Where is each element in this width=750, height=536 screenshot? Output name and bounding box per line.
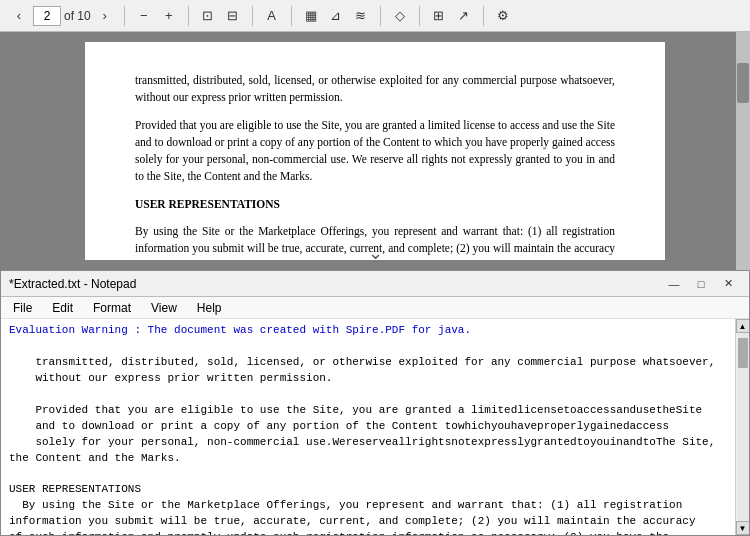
zoom-out-button[interactable]: − (133, 5, 155, 27)
scroll-down-indicator[interactable]: ⌄ (368, 242, 383, 264)
menu-view[interactable]: View (145, 299, 183, 317)
notepad-scroll-track[interactable] (737, 333, 749, 521)
evaluation-warning: Evaluation Warning : The document was cr… (9, 324, 471, 336)
toolbar-separator-2 (188, 6, 189, 26)
zoom-group: − + (133, 5, 180, 27)
settings-button[interactable]: ⚙ (492, 5, 514, 27)
notepad-window: *Extracted.txt - Notepad — □ ✕ File Edit… (0, 270, 750, 536)
menu-edit[interactable]: Edit (46, 299, 79, 317)
filter2-button[interactable]: ≋ (350, 5, 372, 27)
notepad-scroll-thumb[interactable] (738, 338, 748, 368)
menu-format[interactable]: Format (87, 299, 137, 317)
close-button[interactable]: ✕ (715, 274, 741, 294)
export-button[interactable]: ↗ (453, 5, 475, 27)
minimize-button[interactable]: — (661, 274, 687, 294)
notepad-titlebar: *Extracted.txt - Notepad — □ ✕ (1, 271, 749, 297)
text-select-button[interactable]: A (261, 5, 283, 27)
view-group: ⊡ ⊟ (197, 5, 244, 27)
eraser-button[interactable]: ◇ (389, 5, 411, 27)
page-nav-group: ‹ 2 of 10 › (8, 5, 116, 27)
notepad-paragraph-1: transmitted, distributed, sold, licensed… (9, 356, 722, 535)
toolbar-separator-4 (291, 6, 292, 26)
menu-file[interactable]: File (7, 299, 38, 317)
zoom-in-button[interactable]: + (158, 5, 180, 27)
text-tools-group: A (261, 5, 283, 27)
maximize-button[interactable]: □ (688, 274, 714, 294)
annotation-group: ▦ ⊿ ≋ (300, 5, 372, 27)
pdf-viewer: ‹ 2 of 10 › − + ⊡ ⊟ A ▦ ⊿ ≋ ◇ ⊞ (0, 0, 750, 270)
notepad-content-area: Evaluation Warning : The document was cr… (1, 319, 749, 535)
tools-group: ◇ (389, 5, 411, 27)
scroll-down-button[interactable]: ▼ (736, 521, 750, 535)
fit-width-button[interactable]: ⊟ (222, 5, 244, 27)
window-controls: — □ ✕ (661, 274, 741, 294)
notepad-title: *Extracted.txt - Notepad (9, 277, 136, 291)
pdf-page: transmitted, distributed, sold, licensed… (85, 42, 665, 260)
notepad-text-area[interactable]: Evaluation Warning : The document was cr… (1, 319, 735, 535)
pdf-toolbar: ‹ 2 of 10 › − + ⊡ ⊟ A ▦ ⊿ ≋ ◇ ⊞ (0, 0, 750, 32)
next-page-button[interactable]: › (94, 5, 116, 27)
highlight-button[interactable]: ▦ (300, 5, 322, 27)
toolbar-separator-7 (483, 6, 484, 26)
notepad-menubar: File Edit Format View Help (1, 297, 749, 319)
pdf-paragraph-1: transmitted, distributed, sold, licensed… (135, 72, 615, 107)
prev-page-button[interactable]: ‹ (8, 5, 30, 27)
pdf-paragraph-2: Provided that you are eligible to use th… (135, 117, 615, 186)
pdf-scrollbar[interactable] (736, 32, 750, 270)
extra-group: ⊞ ↗ (428, 5, 475, 27)
pdf-section-title: USER REPRESENTATIONS (135, 196, 615, 213)
toolbar-separator-3 (252, 6, 253, 26)
toolbar-separator-1 (124, 6, 125, 26)
page-total: of 10 (64, 9, 91, 23)
page-number-input[interactable]: 2 (33, 6, 61, 26)
fit-page-button[interactable]: ⊡ (197, 5, 219, 27)
pdf-scroll-thumb[interactable] (737, 63, 749, 103)
bookmark-button[interactable]: ⊞ (428, 5, 450, 27)
filter-button[interactable]: ⊿ (325, 5, 347, 27)
scroll-up-button[interactable]: ▲ (736, 319, 750, 333)
toolbar-separator-5 (380, 6, 381, 26)
toolbar-separator-6 (419, 6, 420, 26)
pdf-content-area: transmitted, distributed, sold, licensed… (0, 32, 750, 270)
notepad-scrollbar[interactable]: ▲ ▼ (735, 319, 749, 535)
menu-help[interactable]: Help (191, 299, 228, 317)
